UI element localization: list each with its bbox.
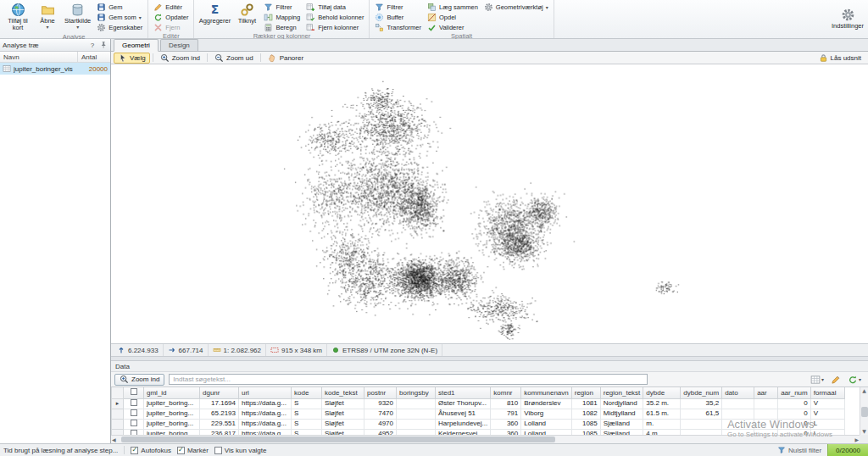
mapping-button[interactable]: Mapping xyxy=(262,13,302,22)
row-checkbox-cell[interactable] xyxy=(124,398,144,409)
validate-button[interactable]: Validerer xyxy=(426,23,480,32)
remove-button[interactable]: Fjern xyxy=(152,23,190,32)
column-header[interactable]: kode xyxy=(292,387,322,398)
transform-button[interactable]: Transformer xyxy=(373,23,423,32)
column-header[interactable]: region xyxy=(571,387,600,398)
column-header[interactable]: boringsby xyxy=(397,387,436,398)
vertical-scrollbar[interactable]: ▲▼ xyxy=(860,387,868,435)
row-checkbox[interactable] xyxy=(131,409,137,416)
pan-tool-button[interactable]: Panorer xyxy=(264,53,308,64)
row-checkbox-cell[interactable] xyxy=(124,429,144,435)
pin-icon[interactable] xyxy=(99,41,108,49)
calculate-button[interactable]: Beregn xyxy=(262,23,302,32)
table-cell: https://data.g... xyxy=(239,398,292,409)
scroll-down-arrow[interactable]: ▼ xyxy=(862,429,866,434)
vertical-scroll-thumb[interactable] xyxy=(861,407,868,417)
search-input[interactable] xyxy=(169,374,648,385)
tree-column-count[interactable]: Antal xyxy=(78,52,110,62)
column-header[interactable]: komnr xyxy=(491,387,521,398)
column-header[interactable]: sted1 xyxy=(436,387,491,398)
refresh-data-button[interactable]: ▾ xyxy=(846,374,863,386)
map-canvas[interactable] xyxy=(111,64,868,343)
main-area: Geometri Design Vælg Zoom ind Zoom ud Pa… xyxy=(111,39,868,443)
start-source-button[interactable]: Startkilde ▾ xyxy=(63,2,92,31)
add-data-button[interactable]: Tilføj data xyxy=(304,3,365,12)
column-header[interactable]: formaal xyxy=(810,387,844,398)
scroll-up-arrow[interactable]: ▲ xyxy=(862,388,866,393)
save-as-button[interactable]: Gem som▾ xyxy=(95,13,144,22)
horizontal-scrollbar[interactable]: ◀▶ xyxy=(111,435,860,443)
scroll-left-arrow[interactable]: ◀ xyxy=(112,437,116,442)
column-header[interactable]: dybde xyxy=(643,387,681,398)
tab-geometri[interactable]: Geometri xyxy=(114,39,159,52)
lock-extent-button[interactable]: Lås udsnit xyxy=(815,53,865,64)
zoom-to-row-button[interactable]: Zoom ind xyxy=(114,374,164,386)
checkbox-box[interactable] xyxy=(131,447,138,454)
geometry-tool-button[interactable]: Geometriværktøj▾ xyxy=(482,3,550,12)
properties-button[interactable]: Egenskaber xyxy=(95,23,144,32)
merge-button[interactable]: Læg sammen xyxy=(426,3,480,12)
table-row[interactable]: ▸jupiter_boring...17.1694https://data.g.… xyxy=(112,398,845,409)
save-as-icon xyxy=(97,13,106,22)
column-header[interactable]: dato xyxy=(722,387,754,398)
column-header[interactable]: kode_tekst xyxy=(322,387,364,398)
row-checkbox-cell[interactable] xyxy=(124,409,144,419)
column-header[interactable]: aar xyxy=(754,387,778,398)
column-header[interactable]: region_tekst xyxy=(600,387,643,398)
select-all-header[interactable] xyxy=(124,387,144,398)
column-header[interactable]: dgunr xyxy=(200,387,239,398)
split-button[interactable]: Opdel xyxy=(426,13,480,22)
table-row[interactable]: jupiter_boring...65.2193https://data.g..… xyxy=(112,409,845,419)
column-header[interactable]: dybde_num xyxy=(681,387,722,398)
column-header[interactable]: postnr xyxy=(364,387,397,398)
row-selector[interactable] xyxy=(112,419,124,429)
zoom-out-tool-button[interactable]: Zoom ud xyxy=(210,53,258,64)
show-selected-checkbox[interactable]: Vis kun valgte xyxy=(214,447,267,454)
map-view[interactable] xyxy=(111,64,868,344)
add-to-map-button[interactable]: Tilføj til kort xyxy=(3,2,32,33)
settings-button[interactable]: Indstillinger xyxy=(831,7,865,31)
checkbox-box[interactable] xyxy=(177,447,185,454)
aggregate-button[interactable]: Aggregerer xyxy=(198,2,231,25)
keep-columns-button[interactable]: Behold kolonner xyxy=(304,13,365,22)
update-button[interactable]: Opdater xyxy=(152,13,190,22)
column-header[interactable]: gml_id xyxy=(144,387,200,398)
table-cell xyxy=(754,409,778,419)
table-cell: S xyxy=(292,409,322,419)
tree-item-jupiter-boringer[interactable]: jupiter_boringer_vis 20000 xyxy=(0,63,110,75)
row-checkbox[interactable] xyxy=(131,399,137,406)
checkbox-box[interactable] xyxy=(214,447,222,454)
join-button[interactable]: Tilknyt xyxy=(234,2,259,25)
save-button[interactable]: Gem xyxy=(95,3,144,12)
reset-filter-button[interactable]: Nulstil filter xyxy=(771,446,827,454)
filter-rows-button[interactable]: Filtrer xyxy=(262,3,302,12)
table-row[interactable]: jupiter_boring...229.551https://data.g..… xyxy=(112,419,845,429)
table-row[interactable]: jupiter_boring...236.817https://data.g..… xyxy=(112,429,845,435)
pencil-icon xyxy=(831,375,841,385)
column-header[interactable]: kommunenavn xyxy=(521,387,571,398)
row-selector[interactable]: ▸ xyxy=(112,398,124,409)
scroll-right-arrow[interactable]: ▶ xyxy=(854,437,859,442)
select-tool-button[interactable]: Vælg xyxy=(114,53,150,64)
row-checkbox[interactable] xyxy=(131,420,137,426)
horizontal-scroll-thumb[interactable] xyxy=(121,437,555,442)
column-header[interactable]: url xyxy=(239,387,292,398)
mark-checkbox[interactable]: Markér xyxy=(177,447,209,454)
zoom-in-tool-button[interactable]: Zoom ind xyxy=(156,53,204,64)
select-all-checkbox[interactable] xyxy=(131,388,137,395)
help-icon[interactable]: ? xyxy=(88,42,97,49)
row-checkbox-cell[interactable] xyxy=(124,419,144,429)
remove-columns-button[interactable]: Fjern kolonner xyxy=(304,23,365,32)
autofocus-checkbox[interactable]: Autofokus xyxy=(131,447,171,454)
open-button[interactable]: Åbne ▾ xyxy=(35,2,60,31)
row-selector[interactable] xyxy=(112,409,124,419)
buffer-button[interactable]: Buffer xyxy=(373,13,423,22)
tab-design[interactable]: Design xyxy=(160,39,198,51)
spatial-filter-button[interactable]: Filtrer xyxy=(373,3,423,12)
tree-column-name[interactable]: Navn xyxy=(0,52,78,62)
column-header[interactable]: aar_num xyxy=(778,387,811,398)
table-options-button[interactable]: ▾ xyxy=(809,374,826,386)
edit-button[interactable]: Editér xyxy=(152,3,190,12)
edit-rows-button[interactable] xyxy=(829,374,843,386)
row-selector[interactable] xyxy=(112,429,124,435)
